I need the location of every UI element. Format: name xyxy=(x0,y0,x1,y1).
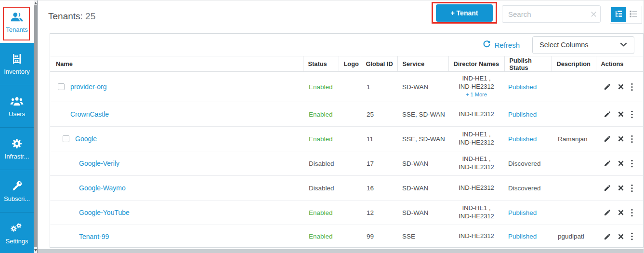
logo-cell xyxy=(339,200,361,225)
status-cell: Enabled xyxy=(303,102,339,127)
table-body: provider-orgEnabled1SD-WANIND-HE1 ,IND-H… xyxy=(50,72,643,248)
select-columns-dropdown[interactable]: Select Columns xyxy=(532,36,634,54)
actions-cell xyxy=(596,225,643,248)
description-cell xyxy=(552,200,596,225)
kebab-icon[interactable] xyxy=(631,184,633,192)
app-root: TenantsInventoryUsersInfrastr...Subscri.… xyxy=(0,0,644,253)
service-cell: SD-WAN xyxy=(397,176,448,200)
collapse-toggle[interactable] xyxy=(58,83,65,90)
tenant-name-link[interactable]: Tenant-99 xyxy=(79,233,109,240)
delete-icon[interactable] xyxy=(618,185,624,191)
edit-icon[interactable] xyxy=(604,233,611,240)
description-cell xyxy=(552,151,596,176)
director-name: IND-HE2312 xyxy=(448,110,504,119)
sidebar-scrollbar[interactable] xyxy=(34,0,37,253)
sidebar-item-label: Subscri... xyxy=(4,195,30,202)
kebab-icon[interactable] xyxy=(631,160,633,168)
delete-icon[interactable] xyxy=(618,160,624,167)
more-directors-link[interactable]: + 1 More xyxy=(466,91,487,98)
list-view-toggle[interactable] xyxy=(626,7,641,22)
column-header-service: Service xyxy=(397,56,448,72)
tenant-count: 25 xyxy=(85,11,95,21)
name-cell: Google-Waymo xyxy=(50,176,303,200)
tree-view-icon xyxy=(614,10,623,20)
director-names-cell: IND-HE2312 xyxy=(448,102,504,127)
kebab-icon[interactable] xyxy=(631,110,633,119)
delete-icon[interactable] xyxy=(618,209,624,216)
tenants-icon xyxy=(10,11,24,23)
horizontal-scrollbar[interactable] xyxy=(38,249,644,253)
refresh-button[interactable]: Refresh xyxy=(483,40,520,50)
director-names-cell: IND-HE2312 xyxy=(448,176,504,200)
global-id-cell: 16 xyxy=(361,176,397,200)
collapse-toggle[interactable] xyxy=(63,135,69,142)
actions-cell xyxy=(596,72,643,102)
global-id-cell: 99 xyxy=(361,225,397,248)
director-name: IND-HE2312 xyxy=(448,232,504,240)
publish-status-cell[interactable]: Published xyxy=(504,225,552,248)
page-title-label: Tenants: xyxy=(48,11,83,21)
name-cell: Google xyxy=(50,127,303,151)
publish-status-cell[interactable]: Published xyxy=(504,200,552,225)
table-row: Google-YouTubeEnabled12SD-WANIND-HE1 ,IN… xyxy=(50,200,643,225)
tenant-name-link[interactable]: Google-Waymo xyxy=(79,184,126,192)
logo-cell xyxy=(339,176,361,200)
delete-icon[interactable] xyxy=(618,111,624,118)
service-cell: SD-WAN xyxy=(397,72,448,102)
tree-view-toggle[interactable] xyxy=(611,7,626,22)
delete-icon[interactable] xyxy=(618,233,624,240)
column-header-global-id: Global ID xyxy=(361,56,397,72)
column-header-actions: Actions xyxy=(596,56,643,72)
publish-status-cell: Discovered xyxy=(504,176,552,200)
table-row: CrownCastleEnabled25SSE, SD-WANIND-HE231… xyxy=(50,102,643,127)
status-cell: Disabled xyxy=(303,151,339,176)
sidebar-item-tenants[interactable]: Tenants xyxy=(0,0,34,43)
kebab-icon[interactable] xyxy=(631,209,633,217)
kebab-icon[interactable] xyxy=(631,83,633,91)
sidebar-item-settings[interactable]: Settings xyxy=(0,213,34,253)
kebab-icon[interactable] xyxy=(631,135,633,143)
sidebar-item-users[interactable]: Users xyxy=(0,85,34,128)
sidebar-item-subscription[interactable]: Subscri... xyxy=(0,170,34,213)
scroll-up-icon[interactable] xyxy=(34,1,37,5)
table-row: GoogleEnabled11SSE, SD-WANIND-HE1 ,IND-H… xyxy=(50,127,643,151)
status-cell: Enabled xyxy=(303,225,339,248)
publish-status-cell[interactable]: Published xyxy=(504,127,552,151)
refresh-label: Refresh xyxy=(494,41,520,49)
actions-cell xyxy=(596,151,643,176)
edit-icon[interactable] xyxy=(604,160,611,167)
delete-icon[interactable] xyxy=(618,135,624,142)
edit-icon[interactable] xyxy=(604,110,611,118)
tenant-name-link[interactable]: Google xyxy=(75,135,97,143)
column-header-name: Name xyxy=(50,56,303,72)
add-tenant-button[interactable]: + Tenant xyxy=(436,4,493,22)
scroll-down-icon[interactable] xyxy=(34,248,37,252)
director-name: IND-HE1 , xyxy=(448,131,504,139)
tenant-name-link[interactable]: Google-YouTube xyxy=(79,209,130,216)
name-cell: provider-org xyxy=(50,72,303,102)
edit-icon[interactable] xyxy=(604,135,611,143)
status-cell: Enabled xyxy=(303,200,339,225)
publish-status-cell[interactable]: Published xyxy=(504,102,552,127)
sidebar-item-infrastructure[interactable]: Infrastr... xyxy=(0,128,34,170)
inventory-icon xyxy=(10,53,24,65)
view-toggle-group xyxy=(610,6,642,24)
publish-status-cell[interactable]: Published xyxy=(504,72,552,102)
tenant-name-link[interactable]: provider-org xyxy=(70,83,106,91)
clear-search-icon[interactable] xyxy=(587,11,600,18)
tenant-name-link[interactable]: Google-Verily xyxy=(79,160,119,167)
sidebar-item-inventory[interactable]: Inventory xyxy=(0,43,34,85)
tenant-name-link[interactable]: CrownCastle xyxy=(70,110,109,118)
edit-icon[interactable] xyxy=(604,184,611,192)
global-id-cell: 25 xyxy=(361,102,397,127)
actions-cell xyxy=(596,127,643,151)
director-name: IND-HE2312 xyxy=(448,163,504,172)
sidebar-scrollbar-thumb[interactable] xyxy=(34,5,37,247)
column-header-director-names: Director Names xyxy=(448,56,504,72)
delete-icon[interactable] xyxy=(618,83,624,90)
kebab-icon[interactable] xyxy=(631,232,633,240)
sidebar-item-label: Settings xyxy=(6,238,28,245)
search-input[interactable] xyxy=(502,10,587,18)
edit-icon[interactable] xyxy=(604,209,611,216)
edit-icon[interactable] xyxy=(604,83,611,91)
